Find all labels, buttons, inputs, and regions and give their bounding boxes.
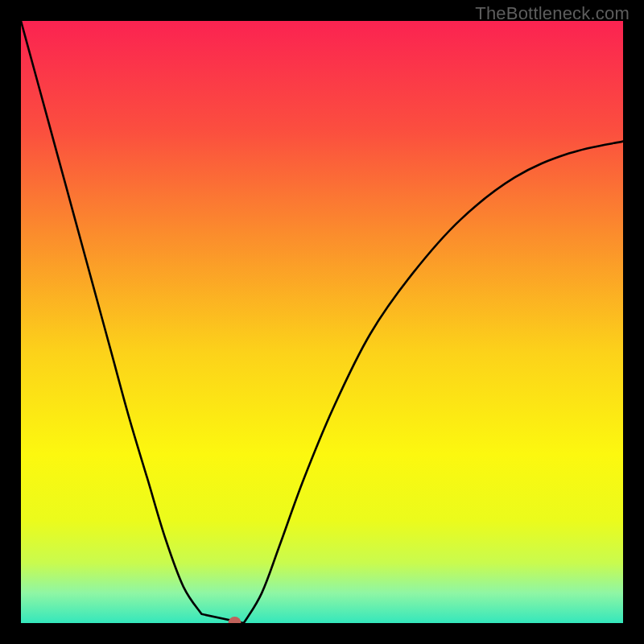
chart-frame: TheBottleneck.com: [0, 0, 644, 644]
bottleneck-curve: [21, 21, 623, 623]
plot-area: [21, 21, 623, 623]
minimum-marker: [229, 617, 242, 623]
watermark-label: TheBottleneck.com: [475, 3, 630, 24]
curve-layer: [21, 21, 623, 623]
